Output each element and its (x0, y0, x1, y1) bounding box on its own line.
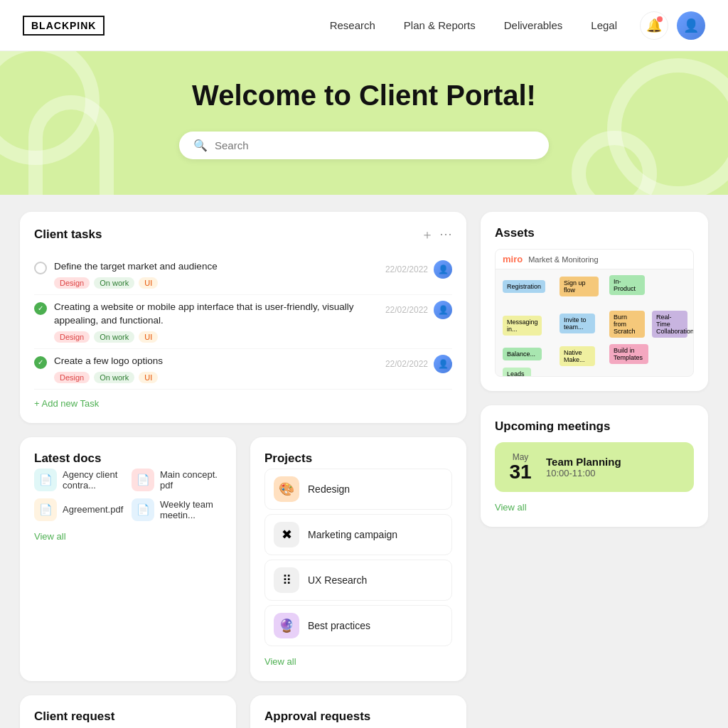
task-checkbox-done[interactable]: ✓ (34, 302, 47, 315)
right-column: Assets miro Market & Monitoring Registra… (481, 212, 708, 728)
list-item[interactable]: ⠿ UX Research (264, 560, 452, 601)
miro-preview[interactable]: miro Market & Monitoring Registration Si… (495, 249, 694, 377)
meeting-date-box: May 31 (506, 452, 535, 482)
meeting-time: 10:00-11:00 (546, 468, 682, 478)
sticky-note: Sign up flow (560, 277, 599, 296)
project-icon-marketing: ✖ (274, 522, 299, 547)
navbar: BLACKPINK Research Plan & Reports Delive… (0, 0, 728, 51)
more-options-icon[interactable]: ⋯ (439, 226, 452, 243)
latest-docs-card: Latest docs 📄 Agency client contra... 📄 … (20, 437, 236, 681)
assets-card: Assets miro Market & Monitoring Registra… (481, 212, 708, 391)
task-date: 22/02/2022 (385, 359, 428, 369)
nav-plan-reports[interactable]: Plan & Reports (404, 19, 476, 31)
upcoming-meetings-card: Upcoming meetings May 31 Team Planning 1… (481, 405, 708, 527)
doc-name[interactable]: Agreement.pdf (63, 504, 123, 515)
left-column: Client tasks ＋ ⋯ Define the target marke… (20, 212, 466, 728)
tag-design: Design (54, 331, 90, 343)
doc-name[interactable]: Weekly team meetin... (160, 499, 222, 520)
sticky-label: Leads (503, 368, 531, 377)
tag-onwork: On work (94, 277, 134, 289)
sticky-note: Burn from Scratch (609, 311, 645, 338)
project-icon-redesign: 🎨 (274, 476, 299, 502)
nav-legal[interactable]: Legal (591, 19, 617, 31)
tag-ui: UI (139, 277, 158, 289)
notification-badge (657, 16, 663, 22)
task-checkbox-done[interactable]: ✓ (34, 356, 47, 369)
projects-view-all[interactable]: View all (264, 656, 452, 667)
projects-title: Projects (264, 451, 452, 466)
list-item[interactable]: 🔮 Best practices (264, 605, 452, 646)
table-row: ✓ Creating a website or mobile app inter… (34, 295, 452, 349)
miro-body: Registration Sign up flow In-Product Mes… (496, 269, 693, 373)
avatar[interactable]: 👤 (677, 11, 705, 40)
search-icon: 🔍 (193, 139, 208, 152)
notification-button[interactable]: 🔔 (640, 11, 668, 40)
meeting-item[interactable]: May 31 Team Planning 10:00-11:00 (495, 442, 694, 492)
logo[interactable]: BLACKPINK (23, 16, 105, 36)
task-right: 22/02/2022 👤 (385, 301, 452, 319)
project-name: Redesign (308, 483, 350, 495)
approval-requests-card: Approval requests Content plan 12 Jun Mo… (250, 695, 466, 728)
task-left: ✓ Create a few logo options Design On wo… (34, 355, 163, 383)
list-item: 📄 Agreement.pdf (34, 498, 124, 521)
doc-name[interactable]: Agency client contra... (63, 469, 124, 491)
project-name: Marketing campaign (308, 529, 397, 540)
client-tasks-header: Client tasks ＋ ⋯ (34, 226, 452, 243)
project-name: UX Research (308, 574, 367, 586)
latest-docs-title: Latest docs (34, 451, 222, 466)
add-task-icon[interactable]: ＋ (421, 226, 434, 243)
tag-design: Design (54, 277, 90, 289)
task-avatar: 👤 (434, 355, 452, 373)
sticky-note: Registration (503, 280, 545, 293)
hero-banner: Welcome to Client Portal! 🔍 (0, 51, 728, 195)
doc-icon-red: 📄 (132, 469, 154, 491)
sticky-note: Native Make... (560, 346, 595, 366)
doc-icon-blue: 📄 (132, 498, 154, 521)
tag-onwork: On work (94, 372, 134, 383)
task-date: 22/02/2022 (385, 305, 428, 315)
task-text: Creating a website or mobile app interfa… (54, 301, 385, 328)
nav-deliverables[interactable]: Deliverables (504, 19, 563, 31)
meetings-view-all[interactable]: View all (495, 502, 694, 513)
search-input[interactable] (215, 139, 535, 151)
bottom-row: Latest docs 📄 Agency client contra... 📄 … (20, 437, 466, 681)
project-icon-best: 🔮 (274, 613, 299, 638)
task-checkbox[interactable] (34, 262, 47, 274)
sticky-note: Build in Templates (609, 344, 648, 364)
sticky-note: Real-Time Collaboration (652, 311, 687, 338)
table-row: Define the target market and audience De… (34, 255, 452, 295)
tag-ui: UI (139, 372, 158, 383)
project-icon-ux: ⠿ (274, 567, 299, 593)
task-tags: Design On work UI (54, 372, 163, 383)
list-item: 📄 Agency client contra... (34, 469, 124, 491)
task-right: 22/02/2022 👤 (385, 355, 452, 373)
doc-icon-teal: 📄 (34, 469, 57, 491)
list-item[interactable]: 🎨 Redesign (264, 469, 452, 510)
tag-ui: UI (139, 331, 158, 343)
add-task-button[interactable]: + Add new Task (34, 398, 452, 409)
latest-docs-view-all[interactable]: View all (34, 531, 222, 542)
client-tasks-card: Client tasks ＋ ⋯ Define the target marke… (20, 212, 466, 423)
nav-research[interactable]: Research (330, 19, 375, 31)
doc-icon-orange: 📄 (34, 498, 57, 521)
tag-design: Design (54, 372, 90, 383)
meeting-day: 31 (506, 462, 535, 482)
task-text: Create a few logo options (54, 355, 163, 368)
doc-name[interactable]: Main concept. pdf (160, 469, 222, 491)
doc-grid: 📄 Agency client contra... 📄 Main concept… (34, 469, 222, 521)
approval-requests-title: Approval requests (264, 710, 452, 724)
tag-onwork: On work (94, 331, 134, 343)
list-item: 📄 Weekly team meetin... (132, 498, 222, 521)
task-left: Define the target market and audience De… (34, 260, 218, 289)
project-name: Best practices (308, 620, 370, 631)
sticky-note: Invite to team... (560, 314, 595, 333)
meeting-info: Team Planning 10:00-11:00 (546, 456, 682, 478)
miro-logo: miro (503, 254, 523, 264)
sticky-note: Messaging in... (503, 316, 542, 336)
list-item[interactable]: ✖ Marketing campaign (264, 514, 452, 555)
task-avatar: 👤 (434, 260, 452, 279)
hero-title: Welcome to Client Portal! (14, 80, 714, 112)
sticky-note: Balance... (503, 348, 542, 360)
task-right: 22/02/2022 👤 (385, 260, 452, 279)
projects-card: Projects 🎨 Redesign ✖ Marketing campaign… (250, 437, 466, 681)
